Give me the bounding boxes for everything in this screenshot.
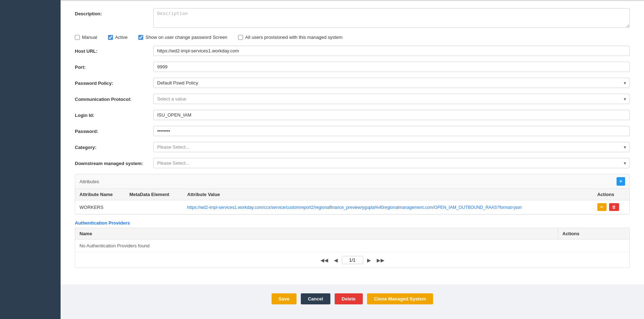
sidebar bbox=[0, 0, 61, 319]
last-page-button[interactable]: ▶▶ bbox=[375, 257, 386, 264]
password-policy-select[interactable]: Default Pswd Policy bbox=[153, 78, 630, 88]
port-label: Port: bbox=[75, 62, 153, 70]
communication-protocol-row: Communication Protocol: Select a value ▼ bbox=[75, 94, 630, 104]
save-button[interactable]: Save bbox=[272, 293, 297, 304]
clone-managed-system-button[interactable]: Clone Managed System bbox=[367, 293, 433, 304]
attributes-header: Attributes + bbox=[75, 174, 629, 189]
password-field bbox=[153, 126, 630, 136]
description-row: Description: bbox=[75, 8, 630, 29]
checkboxes-row: Manual Active Show on user change passwo… bbox=[75, 35, 630, 40]
attributes-section: Attributes + Attribute Name MetaData Ele… bbox=[75, 174, 630, 215]
next-page-button[interactable]: ▶ bbox=[365, 257, 373, 264]
downstream-row: Downstream managed system: Please Select… bbox=[75, 158, 630, 168]
downstream-select-wrapper: Please Select... ▼ bbox=[153, 158, 630, 168]
category-field: Please Select... ▼ bbox=[153, 142, 630, 152]
description-field bbox=[153, 8, 630, 29]
description-textarea[interactable] bbox=[153, 8, 630, 28]
host-url-row: Host URL: bbox=[75, 46, 630, 56]
attr-value-cell: https://wd2-impl-services1.workday.com/c… bbox=[183, 200, 593, 214]
password-input[interactable] bbox=[153, 126, 630, 136]
attributes-table-wrapper: Attribute Name MetaData Element Attribut… bbox=[75, 189, 629, 214]
delete-button[interactable]: Delete bbox=[335, 293, 363, 304]
description-label: Description: bbox=[75, 8, 153, 16]
manual-checkbox[interactable] bbox=[75, 35, 80, 40]
password-policy-select-wrapper: Default Pswd Policy ▼ bbox=[153, 78, 630, 88]
all-users-checkbox-item: All users provisioned with this managed … bbox=[238, 35, 342, 40]
first-page-button[interactable]: ◀◀ bbox=[319, 257, 330, 264]
host-url-input[interactable] bbox=[153, 46, 630, 56]
category-select[interactable]: Please Select... bbox=[153, 142, 630, 152]
auth-table-header: Name Actions bbox=[75, 228, 630, 239]
port-field bbox=[153, 62, 630, 72]
page-input[interactable] bbox=[342, 256, 363, 264]
auth-providers-title: Authentication Providers bbox=[75, 220, 630, 226]
table-header-row: Attribute Name MetaData Element Attribut… bbox=[75, 189, 629, 200]
col-attribute-name: Attribute Name bbox=[75, 189, 125, 200]
manual-label: Manual bbox=[82, 35, 97, 40]
main-content: Description: Manual Active Show on user … bbox=[61, 0, 644, 319]
attr-actions-cell: ✏ 🗑 bbox=[593, 200, 629, 214]
edit-attribute-button[interactable]: ✏ bbox=[597, 203, 607, 211]
password-policy-field: Default Pswd Policy ▼ bbox=[153, 78, 630, 88]
active-checkbox-item: Active bbox=[108, 35, 128, 40]
col-attribute-value: Attribute Value bbox=[183, 189, 593, 200]
table-row: WORKERS https://wd2-impl-services1.workd… bbox=[75, 200, 629, 214]
all-users-label: All users provisioned with this managed … bbox=[245, 35, 342, 40]
cancel-button[interactable]: Cancel bbox=[301, 293, 330, 304]
active-label: Active bbox=[115, 35, 128, 40]
manual-checkbox-item: Manual bbox=[75, 35, 97, 40]
attributes-table: Attribute Name MetaData Element Attribut… bbox=[75, 189, 629, 214]
attr-name-cell: WORKERS bbox=[75, 200, 125, 214]
category-select-wrapper: Please Select... ▼ bbox=[153, 142, 630, 152]
communication-protocol-field: Select a value ▼ bbox=[153, 94, 630, 104]
downstream-label: Downstream managed system: bbox=[75, 158, 153, 166]
add-attribute-button[interactable]: + bbox=[617, 177, 625, 186]
auth-col-name: Name bbox=[75, 228, 558, 239]
port-row: Port: bbox=[75, 62, 630, 72]
login-id-row: Login Id: bbox=[75, 110, 630, 120]
communication-protocol-select[interactable]: Select a value bbox=[153, 94, 630, 104]
prev-page-button[interactable]: ◀ bbox=[332, 257, 340, 264]
login-id-field bbox=[153, 110, 630, 120]
password-label: Password: bbox=[75, 126, 153, 134]
auth-providers-section: Authentication Providers Name Actions No… bbox=[75, 220, 630, 268]
password-row: Password: bbox=[75, 126, 630, 136]
auth-no-data-message: No Authentication Providers found bbox=[75, 240, 629, 252]
pagination-row: ◀◀ ◀ ▶ ▶▶ bbox=[75, 252, 629, 268]
communication-protocol-select-wrapper: Select a value ▼ bbox=[153, 94, 630, 104]
attributes-title: Attributes bbox=[79, 179, 99, 184]
attr-value-link[interactable]: https://wd2-impl-services1.workday.com/c… bbox=[187, 205, 522, 210]
all-users-checkbox[interactable] bbox=[238, 35, 243, 40]
attr-metadata-cell bbox=[125, 200, 183, 214]
downstream-field: Please Select... ▼ bbox=[153, 158, 630, 168]
delete-attribute-button[interactable]: 🗑 bbox=[609, 203, 619, 211]
communication-protocol-label: Communication Protocol: bbox=[75, 94, 153, 102]
auth-table-body: No Authentication Providers found ◀◀ ◀ ▶… bbox=[75, 239, 630, 268]
show-password-checkbox-item: Show on user change password Screen bbox=[138, 35, 227, 40]
port-input[interactable] bbox=[153, 62, 630, 72]
active-checkbox[interactable] bbox=[108, 35, 113, 40]
category-row: Category: Please Select... ▼ bbox=[75, 142, 630, 152]
show-password-label: Show on user change password Screen bbox=[145, 35, 227, 40]
auth-col-actions: Actions bbox=[558, 228, 629, 239]
login-id-input[interactable] bbox=[153, 110, 630, 120]
category-label: Category: bbox=[75, 142, 153, 150]
login-id-label: Login Id: bbox=[75, 110, 153, 118]
password-policy-label: Password Policy: bbox=[75, 78, 153, 86]
show-password-checkbox[interactable] bbox=[138, 35, 143, 40]
col-metadata-element: MetaData Element bbox=[125, 189, 183, 200]
col-actions: Actions bbox=[593, 189, 629, 200]
host-url-field bbox=[153, 46, 630, 56]
form-container: Description: Manual Active Show on user … bbox=[61, 1, 644, 284]
downstream-select[interactable]: Please Select... bbox=[153, 158, 630, 168]
password-policy-row: Password Policy: Default Pswd Policy ▼ bbox=[75, 78, 630, 88]
footer-buttons: Save Cancel Delete Clone Managed System bbox=[61, 284, 644, 312]
host-url-label: Host URL: bbox=[75, 46, 153, 54]
